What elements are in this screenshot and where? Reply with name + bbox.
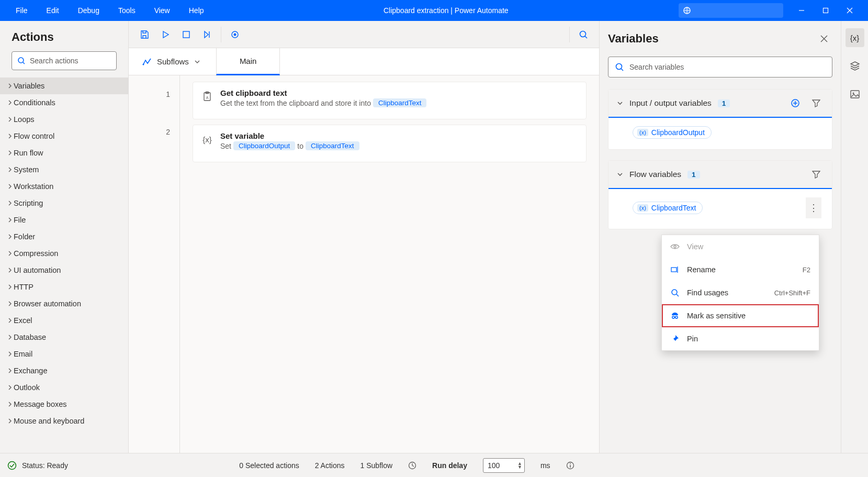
chevron-right-icon	[7, 335, 13, 340]
menu-view[interactable]: View	[145, 0, 179, 21]
svg-point-33	[8, 461, 16, 469]
svg-line-19	[621, 69, 623, 71]
action-cat-browser-automation[interactable]: Browser automation	[0, 295, 128, 312]
close-button[interactable]	[838, 0, 862, 21]
chevron-right-icon	[7, 201, 13, 206]
action-cat-database[interactable]: Database	[0, 329, 128, 346]
save-button[interactable]	[135, 25, 154, 44]
action-cat-variables[interactable]: Variables	[0, 77, 128, 94]
menu-edit[interactable]: Edit	[37, 0, 69, 21]
filter-button[interactable]	[809, 167, 824, 182]
close-icon	[820, 35, 828, 42]
svg-point-9	[234, 33, 236, 36]
filter-button[interactable]	[809, 96, 824, 110]
io-variables-header[interactable]: Input / output variables 1	[608, 90, 832, 118]
actions-category-list[interactable]: Variables Conditionals Loops Flow contro…	[0, 77, 128, 453]
svg-line-27	[677, 294, 679, 296]
action-cat-folder[interactable]: Folder	[0, 228, 128, 245]
action-cat-message-boxes[interactable]: Message boxes	[0, 396, 128, 413]
rail-variables-button[interactable]: {x}	[846, 28, 864, 47]
run-button[interactable]	[156, 25, 175, 44]
menu-help[interactable]: Help	[179, 0, 213, 21]
action-cat-outlook[interactable]: Outlook	[0, 379, 128, 396]
chevron-right-icon	[7, 318, 13, 323]
action-cat-excel[interactable]: Excel	[0, 312, 128, 329]
minimize-button[interactable]	[790, 0, 814, 21]
toolbar-divider	[569, 27, 570, 42]
action-cat-loops[interactable]: Loops	[0, 111, 128, 128]
variables-header: Variables	[608, 32, 659, 46]
svg-point-12	[143, 63, 144, 65]
action-cat-ui-automation[interactable]: UI automation	[0, 262, 128, 279]
subflow-bar: Subflows Main	[129, 48, 599, 75]
record-button[interactable]	[226, 25, 244, 44]
action-cat-conditionals[interactable]: Conditionals	[0, 94, 128, 111]
variable-icon: {x}	[201, 134, 213, 145]
maximize-button[interactable]	[814, 0, 838, 21]
io-variables-count: 1	[718, 99, 730, 107]
chevron-right-icon	[7, 134, 13, 139]
action-cat-http[interactable]: HTTP	[0, 279, 128, 295]
rail-ui-elements-button[interactable]	[846, 57, 864, 75]
chevron-right-icon	[7, 301, 13, 306]
action-cat-run-flow[interactable]: Run flow	[0, 145, 128, 161]
variable-pill-clipboard-output[interactable]: (x) ClipboardOutput	[633, 126, 712, 139]
ms-label: ms	[540, 461, 550, 470]
action-cat-system[interactable]: System	[0, 161, 128, 178]
action-cat-compression[interactable]: Compression	[0, 245, 128, 262]
spinner-buttons[interactable]: ▲▼	[517, 462, 522, 469]
chevron-right-icon	[7, 385, 13, 390]
action-cat-scripting[interactable]: Scripting	[0, 195, 128, 212]
menu-tools[interactable]: Tools	[109, 0, 145, 21]
action-cat-mouse-keyboard[interactable]: Mouse and keyboard	[0, 413, 128, 429]
variable-chip: ClipboardOutput	[233, 141, 295, 150]
step-icon	[203, 30, 211, 39]
chevron-right-icon	[7, 402, 13, 407]
search-actions-input[interactable]: Search actions	[12, 51, 117, 70]
close-variables-button[interactable]	[816, 30, 832, 47]
variable-more-button[interactable]: ⋮	[806, 197, 821, 218]
svg-text:A: A	[206, 96, 209, 99]
run-delay-input[interactable]: 100 ▲▼	[483, 458, 525, 473]
step-list: A Get clipboard text Get the text from t…	[180, 75, 599, 453]
chevron-right-icon	[7, 184, 13, 189]
tab-main[interactable]: Main	[216, 48, 280, 75]
image-icon	[850, 89, 860, 99]
rail-images-button[interactable]	[846, 85, 864, 104]
play-icon	[161, 30, 170, 39]
flow-canvas: 1 2 A Get clipboard text Get the text fr…	[129, 75, 599, 453]
save-icon	[140, 30, 149, 39]
action-cat-email[interactable]: Email	[0, 346, 128, 362]
subflows-dropdown[interactable]: Subflows	[137, 57, 206, 66]
stop-button[interactable]	[177, 25, 196, 44]
flow-variables-header[interactable]: Flow variables 1	[608, 161, 832, 189]
search-flow-button[interactable]	[574, 25, 593, 44]
search-variables-placeholder: Search variables	[629, 63, 684, 71]
user-account-area[interactable]	[679, 3, 783, 18]
menu-file[interactable]: File	[6, 0, 37, 21]
ctx-rename[interactable]: Rename F2	[662, 258, 819, 281]
ctx-shortcut: F2	[803, 266, 810, 274]
ctx-view[interactable]: View	[662, 235, 819, 258]
variable-pill-clipboard-text[interactable]: (x) ClipboardText	[633, 202, 703, 214]
action-cat-file[interactable]: File	[0, 212, 128, 228]
step-title: Get clipboard text	[220, 88, 578, 97]
step-description: Set ClipboardOutput to ClipboardText	[220, 141, 578, 150]
ctx-pin[interactable]: Pin	[662, 327, 819, 350]
ctx-mark-sensitive[interactable]: Mark as sensitive	[662, 304, 819, 327]
ctx-find-usages[interactable]: Find usages Ctrl+Shift+F	[662, 281, 819, 304]
step-set-variable[interactable]: {x} Set variable Set ClipboardOutput to …	[193, 125, 587, 162]
svg-point-32	[852, 93, 854, 94]
search-variables-input[interactable]: Search variables	[608, 57, 832, 77]
menu-debug[interactable]: Debug	[69, 0, 109, 21]
step-get-clipboard-text[interactable]: A Get clipboard text Get the text from t…	[193, 82, 587, 119]
variable-chip: ClipboardText	[373, 98, 427, 107]
action-cat-exchange[interactable]: Exchange	[0, 362, 128, 379]
action-cat-flow-control[interactable]: Flow control	[0, 128, 128, 145]
add-variable-button[interactable]	[788, 96, 803, 110]
clipboard-icon: A	[201, 91, 213, 102]
flow-designer: Subflows Main 1 2 A Get clipboard text G…	[129, 21, 599, 453]
step-button[interactable]	[198, 25, 217, 44]
action-cat-workstation[interactable]: Workstation	[0, 178, 128, 195]
run-delay-label: Run delay	[432, 461, 467, 470]
